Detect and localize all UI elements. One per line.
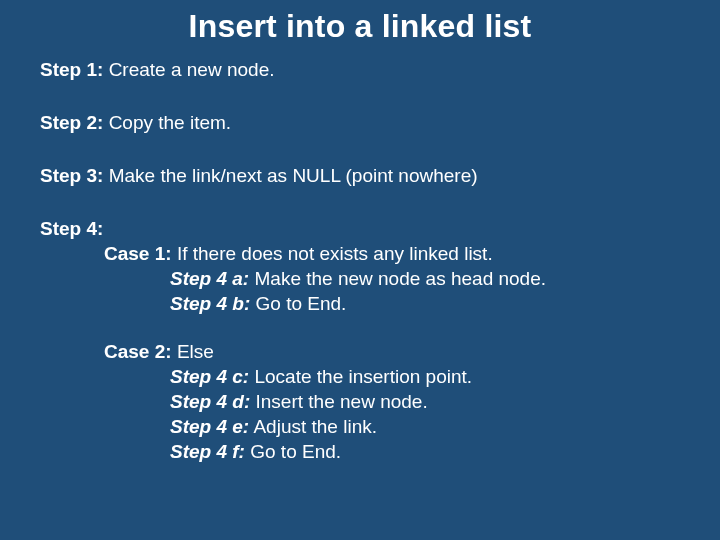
step-4-label: Step 4: (40, 218, 103, 239)
step-2-text: Copy the item. (103, 112, 231, 133)
step-4: Step 4: (40, 216, 680, 241)
step-1: Step 1: Create a new node. (40, 57, 680, 82)
step-4f-label: Step 4 f: (170, 441, 245, 462)
step-3-text: Make the link/next as NULL (point nowher… (103, 165, 477, 186)
step-4e-label: Step 4 e: (170, 416, 249, 437)
case-1-label: Case 1: (104, 243, 172, 264)
step-4f-text: Go to End. (245, 441, 341, 462)
step-4b-text: Go to End. (250, 293, 346, 314)
case-2-label: Case 2: (104, 341, 177, 362)
slide-body: Step 1: Create a new node. Step 2: Copy … (40, 57, 680, 464)
case-2: Case 2: Else (40, 339, 680, 364)
step-4c: Step 4 c: Locate the insertion point. (40, 364, 680, 389)
step-3: Step 3: Make the link/next as NULL (poin… (40, 163, 680, 188)
step-4d: Step 4 d: Insert the new node. (40, 389, 680, 414)
step-1-text: Create a new node. (103, 59, 274, 80)
step-4b: Step 4 b: Go to End. (40, 291, 680, 316)
case-2-text: Else (177, 341, 214, 362)
step-4a-label: Step 4 a: (170, 268, 249, 289)
step-4b-label: Step 4 b: (170, 293, 250, 314)
step-4c-text: Locate the insertion point. (249, 366, 472, 387)
step-2-label: Step 2: (40, 112, 103, 133)
step-4a: Step 4 a: Make the new node as head node… (40, 266, 680, 291)
step-3-label: Step 3: (40, 165, 103, 186)
step-4c-label: Step 4 c: (170, 366, 249, 387)
slide-title: Insert into a linked list (40, 8, 680, 45)
step-4d-label: Step 4 d: (170, 391, 250, 412)
case-1: Case 1: If there does not exists any lin… (40, 241, 680, 266)
step-4f: Step 4 f: Go to End. (40, 439, 680, 464)
slide: Insert into a linked list Step 1: Create… (0, 0, 720, 540)
step-4a-text: Make the new node as head node. (249, 268, 546, 289)
step-4e-text: Adjust the link. (249, 416, 377, 437)
step-2: Step 2: Copy the item. (40, 110, 680, 135)
step-4d-text: Insert the new node. (250, 391, 427, 412)
step-1-label: Step 1: (40, 59, 103, 80)
step-4e: Step 4 e: Adjust the link. (40, 414, 680, 439)
case-1-text: If there does not exists any linked list… (172, 243, 493, 264)
spacer (40, 317, 680, 339)
